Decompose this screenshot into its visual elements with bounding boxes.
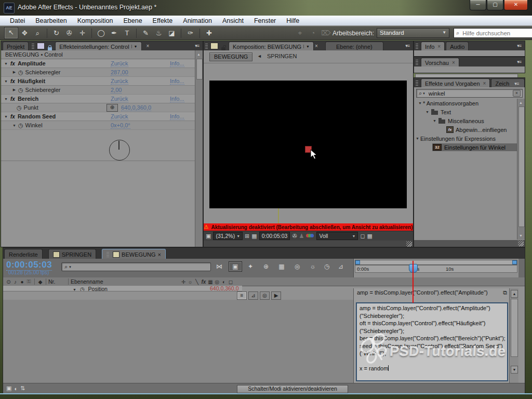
pin-tool-icon[interactable]: ✚ [203,28,216,38]
panel-grip[interactable] [107,251,109,257]
twirl-icon[interactable]: ▼ [3,115,9,118]
frame-mode-icon[interactable]: ▣ [6,385,11,392]
eye-icon[interactable]: ⊙ [5,279,12,285]
effect-row-random-seed[interactable]: ▼ fx Random Seed Zurück Info... [1,112,203,121]
menu-fenster[interactable]: Fenster [249,17,281,24]
tab-close-icon[interactable]: × [483,81,486,86]
scroll-thumb[interactable] [518,107,525,227]
view-layout-icon[interactable]: ▣ [206,233,211,240]
timeline-search-box[interactable]: ⌕ ▾ [61,262,211,271]
bulb-icon[interactable]: ☼ [307,263,319,270]
info-link[interactable]: Info... [170,96,184,102]
scroll-thumb[interactable] [196,59,203,79]
fx-icon[interactable]: fx [10,61,15,66]
channels-icon[interactable] [306,233,314,239]
param-value[interactable]: 640,0,360,0 [121,104,151,111]
layers-small-icon[interactable]: ⧉ [503,289,507,296]
switch-sun-icon[interactable]: ☼ [187,279,193,285]
scroll-handle[interactable] [512,260,517,264]
menu-animation[interactable]: Animation [178,17,217,24]
tab-vorschau[interactable]: Vorschau × [421,58,459,66]
breadcrumb-other[interactable]: SPRINGEN [267,53,297,59]
snapshot-icon[interactable]: ✇ [292,233,297,240]
scroll-up-icon[interactable]: ▲ [518,100,524,105]
tab-zeichen[interactable]: Zeich ▾≡ [491,78,525,87]
panel-grip[interactable] [416,43,418,49]
reset-link[interactable]: Zurück [111,78,128,85]
info-link[interactable]: Info... [170,60,184,67]
tab-projekt[interactable]: Projekt [3,42,29,50]
scroll-thumb[interactable] [511,299,518,357]
workspace-dropdown[interactable]: Standard ▼ [377,28,449,38]
horizontal-scrollbar[interactable] [415,74,518,78]
reset-link[interactable]: Zurück [111,113,128,120]
panel-menu-icon[interactable]: ▾≡ [515,43,523,48]
transparency-grid-icon[interactable]: ▦ [367,233,373,240]
tab-close-icon[interactable]: × [158,251,161,258]
param-value[interactable]: 0x+0,0° [111,122,130,129]
scroll-up-icon[interactable]: ▲ [511,290,518,298]
graph-editor-icon[interactable]: ⊿ [335,263,347,270]
switch-pin-icon[interactable]: ✛ [180,279,187,285]
twirl-icon[interactable]: ▼ [424,110,430,114]
tree-item-abgewinkelt-einfliegen[interactable]: fx Abgewin...einfliegen [414,125,517,134]
twirl-icon[interactable]: ▼ [417,101,423,105]
twirl-icon[interactable]: ▼ [11,124,17,127]
panel-grip[interactable] [416,59,418,65]
solo-icon[interactable]: ● [19,279,25,285]
param-value[interactable]: 287,00 [111,69,128,76]
scroll-handle[interactable] [355,260,360,264]
info-link[interactable]: Info... [170,113,184,120]
tab-info[interactable]: Info × [421,42,445,50]
zoom-tool-icon[interactable]: ⌕ [31,28,44,38]
type-tool-icon[interactable]: T [121,28,134,38]
mask-tool-icon[interactable]: ◯ [95,28,108,38]
panel-menu-icon[interactable]: ▾≡ [512,81,521,86]
tree-item-animationsvorgaben[interactable]: ▼ * Animationsvorgaben [414,99,517,108]
half-mode-icon[interactable]: ◐ [14,385,18,392]
clear-search-icon[interactable]: × [513,90,521,97]
scroll-down-icon[interactable]: ▼ [518,233,524,238]
panel-menu-icon[interactable]: ▾≡ [403,43,411,48]
tab-ebene[interactable]: Ebene: (ohne) [325,42,383,50]
menu-bearbeiten[interactable]: Bearbeiten [30,17,72,24]
reset-link[interactable]: Zurück [111,60,128,67]
region-icon[interactable]: ◻ [360,233,365,240]
menu-ebene[interactable]: Ebene [118,17,147,24]
reset-link[interactable]: Zurück [111,96,128,102]
timeline-timecode[interactable]: 0:00:05:03 [6,260,52,271]
close-button[interactable]: ✕ [504,0,528,10]
tab-close-icon[interactable]: × [143,42,153,50]
param-row-punkt[interactable]: ◷ Punkt ⊕ 640,0,360,0 [1,103,203,112]
tab-dropdown-icon[interactable]: ▼ [131,45,138,48]
panel-menu-icon[interactable]: ▾≡ [193,43,201,48]
effect-row-haeufigkeit[interactable]: ▼ fx Häufigkeit Zurück Info... [1,77,203,86]
crosshair-button[interactable]: ⊕ [107,104,118,112]
stamp-tool-icon[interactable]: ♨ [152,28,165,38]
expression-scrollbar[interactable]: ▲ ▼ [509,288,518,383]
tab-close-icon[interactable]: × [452,60,455,65]
column-nr[interactable]: Nr. [48,278,66,285]
anchor-icon[interactable]: ⊕ [260,263,272,270]
breadcrumb-active[interactable]: BEWEGUNG [209,52,252,61]
puppet-tool-icon[interactable]: ✑ [184,28,197,38]
fx-icon[interactable]: fx [10,96,15,102]
tree-item-einstellungen-winkel[interactable]: 32 Einstellungen für Winkel [432,143,517,152]
twirl-icon[interactable]: ▼ [432,119,437,123]
info-link[interactable]: Info... [170,78,184,85]
tab-bewegung[interactable]: BEWEGUNG × [102,249,166,259]
switch-fx-icon[interactable]: fx [200,279,207,285]
tab-close-icon[interactable]: × [437,44,441,49]
preset-search-input[interactable] [428,90,513,97]
stopwatch-icon[interactable]: ◷ [17,104,22,111]
selection-tool-icon[interactable]: ↖ [4,27,18,39]
zoom-dropdown[interactable]: (31,2%) ▼ [213,232,243,240]
ruler-scrollbar[interactable] [355,260,517,265]
tab-close-icon[interactable]: × [315,43,318,49]
ruler-band[interactable]: 0:00s 05s 10s [355,265,517,273]
current-time-indicator[interactable] [413,261,414,303]
stopwatch-icon[interactable]: ◷ [80,286,85,291]
scroll-down-icon[interactable]: ▼ [511,366,518,374]
twirl-icon[interactable]: ▼ [415,137,420,140]
effect-row-amplitude[interactable]: ▼ fx Amplitude Zurück Info... [1,59,203,68]
